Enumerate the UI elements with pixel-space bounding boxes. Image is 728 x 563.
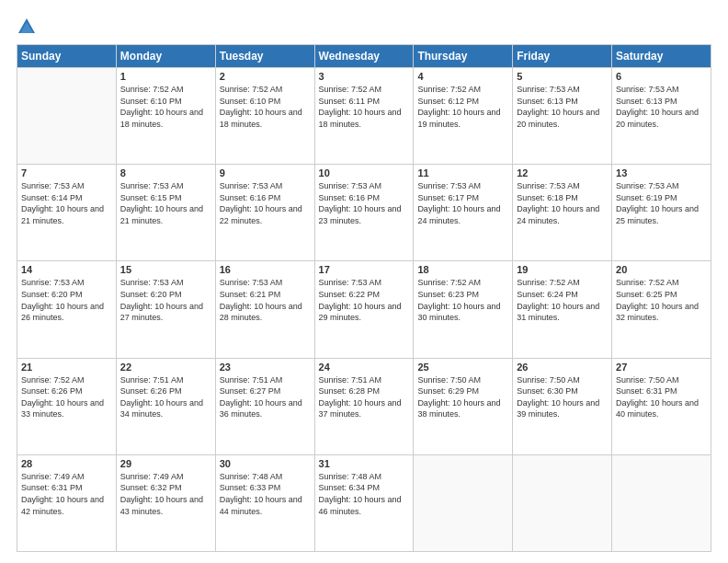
calendar-week-row: 14Sunrise: 7:53 AMSunset: 6:20 PMDayligh… [17,261,711,358]
header-row: SundayMondayTuesdayWednesdayThursdayFrid… [17,45,711,68]
day-number: 25 [417,362,508,373]
day-number: 24 [319,362,410,373]
calendar-cell: 7Sunrise: 7:53 AMSunset: 6:14 PMDaylight… [17,165,117,261]
day-info: Sunrise: 7:48 AMSunset: 6:33 PMDaylight:… [220,471,311,517]
day-info: Sunrise: 7:53 AMSunset: 6:18 PMDaylight:… [517,180,608,226]
calendar-week-row: 7Sunrise: 7:53 AMSunset: 6:14 PMDaylight… [17,165,711,261]
calendar-cell: 11Sunrise: 7:53 AMSunset: 6:17 PMDayligh… [414,165,513,261]
calendar-cell: 13Sunrise: 7:53 AMSunset: 6:19 PMDayligh… [612,165,711,261]
calendar-cell: 23Sunrise: 7:51 AMSunset: 6:27 PMDayligh… [215,358,314,454]
header-cell: Sunday [17,45,117,68]
calendar-cell: 31Sunrise: 7:48 AMSunset: 6:34 PMDayligh… [314,454,414,551]
day-info: Sunrise: 7:51 AMSunset: 6:26 PMDaylight:… [120,374,211,420]
day-number: 11 [417,167,508,178]
calendar-cell: 29Sunrise: 7:49 AMSunset: 6:32 PMDayligh… [116,454,215,551]
day-number: 30 [220,458,311,469]
day-info: Sunrise: 7:53 AMSunset: 6:22 PMDaylight:… [319,277,410,323]
day-info: Sunrise: 7:53 AMSunset: 6:16 PMDaylight:… [220,180,311,226]
day-info: Sunrise: 7:52 AMSunset: 6:10 PMDaylight:… [120,84,211,130]
day-info: Sunrise: 7:53 AMSunset: 6:20 PMDaylight:… [120,277,211,323]
calendar-cell: 22Sunrise: 7:51 AMSunset: 6:26 PMDayligh… [116,358,215,454]
calendar-cell: 24Sunrise: 7:51 AMSunset: 6:28 PMDayligh… [314,358,414,454]
day-number: 28 [21,458,112,469]
header-cell: Thursday [414,45,513,68]
day-number: 14 [21,264,112,275]
calendar-cell: 1Sunrise: 7:52 AMSunset: 6:10 PMDaylight… [116,68,215,165]
day-info: Sunrise: 7:52 AMSunset: 6:11 PMDaylight:… [319,84,410,130]
calendar-cell: 27Sunrise: 7:50 AMSunset: 6:31 PMDayligh… [612,358,711,454]
calendar-cell: 19Sunrise: 7:52 AMSunset: 6:24 PMDayligh… [513,261,612,358]
day-number: 16 [220,264,311,275]
header-cell: Monday [116,45,215,68]
calendar-body: 1Sunrise: 7:52 AMSunset: 6:10 PMDaylight… [17,68,711,552]
day-number: 29 [120,458,211,469]
calendar-week-row: 28Sunrise: 7:49 AMSunset: 6:31 PMDayligh… [17,454,711,551]
day-number: 27 [616,362,707,373]
day-info: Sunrise: 7:51 AMSunset: 6:27 PMDaylight:… [220,374,311,420]
day-number: 7 [21,167,112,178]
calendar-cell: 20Sunrise: 7:52 AMSunset: 6:25 PMDayligh… [612,261,711,358]
calendar-cell: 14Sunrise: 7:53 AMSunset: 6:20 PMDayligh… [17,261,117,358]
header-cell: Friday [513,45,612,68]
day-number: 13 [616,167,707,178]
calendar-cell [414,454,513,551]
calendar-cell: 17Sunrise: 7:53 AMSunset: 6:22 PMDayligh… [314,261,414,358]
calendar-cell: 6Sunrise: 7:53 AMSunset: 6:13 PMDaylight… [612,68,711,165]
day-info: Sunrise: 7:53 AMSunset: 6:20 PMDaylight:… [21,277,112,323]
day-number: 1 [120,71,211,82]
calendar-cell: 8Sunrise: 7:53 AMSunset: 6:15 PMDaylight… [116,165,215,261]
calendar-cell: 30Sunrise: 7:48 AMSunset: 6:33 PMDayligh… [215,454,314,551]
calendar-cell: 9Sunrise: 7:53 AMSunset: 6:16 PMDaylight… [215,165,314,261]
day-info: Sunrise: 7:50 AMSunset: 6:29 PMDaylight:… [417,374,508,420]
header-cell: Tuesday [215,45,314,68]
day-info: Sunrise: 7:52 AMSunset: 6:25 PMDaylight:… [616,277,707,323]
calendar-cell: 16Sunrise: 7:53 AMSunset: 6:21 PMDayligh… [215,261,314,358]
calendar-cell [612,454,711,551]
day-info: Sunrise: 7:53 AMSunset: 6:14 PMDaylight:… [21,180,112,226]
header-cell: Wednesday [314,45,414,68]
calendar-table: SundayMondayTuesdayWednesdayThursdayFrid… [17,44,711,552]
day-number: 31 [319,458,410,469]
day-number: 26 [517,362,608,373]
day-info: Sunrise: 7:53 AMSunset: 6:19 PMDaylight:… [616,180,707,226]
calendar-cell: 18Sunrise: 7:52 AMSunset: 6:23 PMDayligh… [414,261,513,358]
day-number: 20 [616,264,707,275]
day-info: Sunrise: 7:52 AMSunset: 6:10 PMDaylight:… [220,84,311,130]
logo [17,17,40,37]
logo-icon [17,17,37,37]
calendar-cell: 15Sunrise: 7:53 AMSunset: 6:20 PMDayligh… [116,261,215,358]
day-info: Sunrise: 7:49 AMSunset: 6:32 PMDaylight:… [120,471,211,517]
calendar-week-row: 21Sunrise: 7:52 AMSunset: 6:26 PMDayligh… [17,358,711,454]
calendar-cell [513,454,612,551]
day-info: Sunrise: 7:50 AMSunset: 6:30 PMDaylight:… [517,374,608,420]
day-number: 15 [120,264,211,275]
calendar-cell: 3Sunrise: 7:52 AMSunset: 6:11 PMDaylight… [314,68,414,165]
day-number: 4 [417,71,508,82]
calendar-cell: 12Sunrise: 7:53 AMSunset: 6:18 PMDayligh… [513,165,612,261]
day-number: 5 [517,71,608,82]
day-number: 21 [21,362,112,373]
day-number: 3 [319,71,410,82]
calendar-cell: 2Sunrise: 7:52 AMSunset: 6:10 PMDaylight… [215,68,314,165]
day-info: Sunrise: 7:53 AMSunset: 6:16 PMDaylight:… [319,180,410,226]
calendar-cell: 10Sunrise: 7:53 AMSunset: 6:16 PMDayligh… [314,165,414,261]
calendar-cell: 5Sunrise: 7:53 AMSunset: 6:13 PMDaylight… [513,68,612,165]
day-info: Sunrise: 7:52 AMSunset: 6:26 PMDaylight:… [21,374,112,420]
calendar-cell: 4Sunrise: 7:52 AMSunset: 6:12 PMDaylight… [414,68,513,165]
day-info: Sunrise: 7:53 AMSunset: 6:13 PMDaylight:… [616,84,707,130]
day-info: Sunrise: 7:48 AMSunset: 6:34 PMDaylight:… [319,471,410,517]
header-cell: Saturday [612,45,711,68]
calendar-cell: 26Sunrise: 7:50 AMSunset: 6:30 PMDayligh… [513,358,612,454]
day-info: Sunrise: 7:53 AMSunset: 6:13 PMDaylight:… [517,84,608,130]
day-number: 10 [319,167,410,178]
day-number: 22 [120,362,211,373]
day-info: Sunrise: 7:53 AMSunset: 6:17 PMDaylight:… [417,180,508,226]
calendar-header: SundayMondayTuesdayWednesdayThursdayFrid… [17,45,711,68]
day-number: 12 [517,167,608,178]
day-number: 18 [417,264,508,275]
calendar-cell: 28Sunrise: 7:49 AMSunset: 6:31 PMDayligh… [17,454,117,551]
header [17,17,711,37]
day-number: 8 [120,167,211,178]
calendar-cell [17,68,117,165]
day-info: Sunrise: 7:51 AMSunset: 6:28 PMDaylight:… [319,374,410,420]
